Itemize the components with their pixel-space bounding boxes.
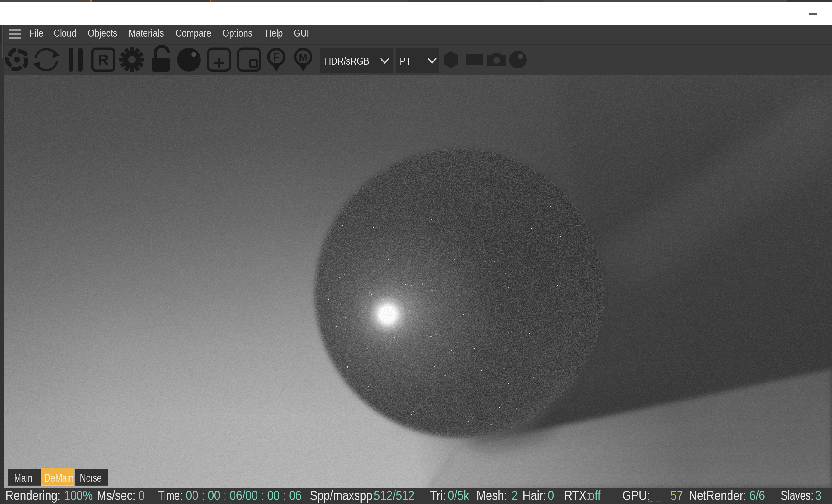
- svg-text:M: M: [299, 51, 307, 63]
- svg-text:R: R: [98, 52, 109, 68]
- svg-text:F: F: [273, 51, 280, 63]
